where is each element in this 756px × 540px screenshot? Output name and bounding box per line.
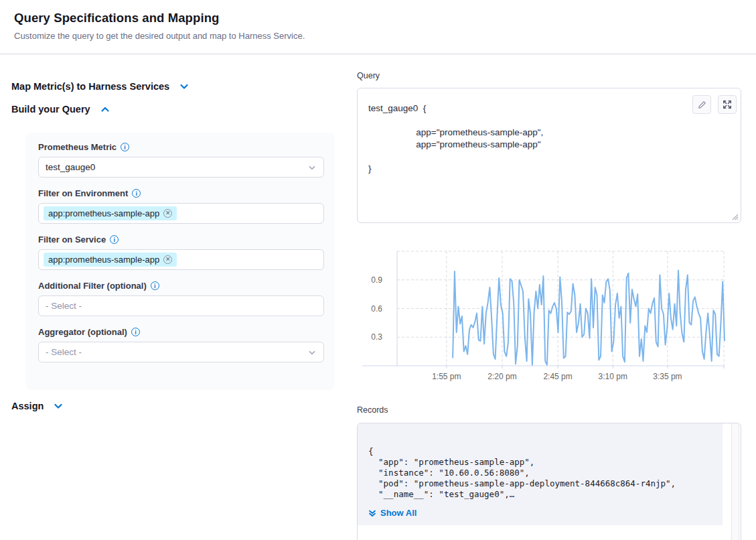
chevron-down-icon <box>307 163 317 172</box>
expand-icon <box>723 100 732 109</box>
svg-text:0.6: 0.6 <box>371 304 382 314</box>
aggregator-label: Aggregator (optional) <box>38 327 127 337</box>
filter-tag-text: app:prometheus-sample-app <box>48 208 159 218</box>
additional-filter-input[interactable]: - Select - <box>38 295 324 316</box>
section-map-metrics-label: Map Metric(s) to Harness Services <box>11 81 169 92</box>
filter-tag-chip: app:prometheus-sample-app ✕ <box>44 253 177 267</box>
filter-service-input[interactable]: app:prometheus-sample-app ✕ <box>38 249 324 270</box>
section-assign-label: Assign <box>11 401 44 411</box>
header-divider <box>0 54 756 54</box>
metric-trend-chart: 0.30.60.91:55 pm2:20 pm2:45 pm3:10 pm3:3… <box>357 243 741 384</box>
show-all-label: Show All <box>380 508 417 518</box>
svg-text:2:20 pm: 2:20 pm <box>487 372 516 381</box>
expand-query-button[interactable] <box>718 95 737 114</box>
svg-text:0.3: 0.3 <box>371 332 382 342</box>
query-section-label: Query <box>357 71 380 80</box>
filter-environment-input[interactable]: app:prometheus-sample-app ✕ <box>38 203 324 224</box>
query-editor: test_gauge0 { app="prometheus-sample-app… <box>357 88 741 223</box>
resize-handle-icon[interactable] <box>731 213 739 220</box>
page-subtitle: Customize the query to get the desired o… <box>14 31 305 41</box>
section-build-query-label: Build your Query <box>11 104 90 115</box>
info-icon[interactable]: i <box>131 328 140 336</box>
filter-service-field: Filter on Service i app:prometheus-sampl… <box>38 234 322 270</box>
svg-text:3:35 pm: 3:35 pm <box>653 372 682 381</box>
chevron-down-icon <box>307 348 317 357</box>
info-icon[interactable]: i <box>132 189 141 198</box>
chevron-down-icon <box>53 401 64 411</box>
section-map-metrics[interactable]: Map Metric(s) to Harness Services <box>11 81 190 92</box>
additional-filter-placeholder: - Select - <box>46 301 82 311</box>
prometheus-metric-label: Prometheus Metric <box>38 142 117 152</box>
records-scrollbar[interactable] <box>731 423 739 540</box>
chevron-down-icon <box>179 81 190 92</box>
section-build-query[interactable]: Build your Query <box>11 104 110 115</box>
filter-environment-label: Filter on Environment <box>38 188 128 198</box>
info-icon[interactable]: i <box>110 235 119 244</box>
filter-tag-text: app:prometheus-sample-app <box>48 255 159 265</box>
info-icon[interactable]: i <box>151 281 159 290</box>
records-panel: { "app": "prometheus-sample-app", "insta… <box>357 423 741 540</box>
svg-text:1:55 pm: 1:55 pm <box>432 372 461 381</box>
svg-text:3:10 pm: 3:10 pm <box>599 372 627 381</box>
additional-filter-field: Additional Filter (optional) i - Select … <box>38 281 322 316</box>
query-specifications-page: Query Specifications and Mapping Customi… <box>0 0 756 540</box>
prometheus-metric-value: test_gauge0 <box>46 162 95 172</box>
remove-tag-icon[interactable]: ✕ <box>163 255 172 264</box>
record-item: { "app": "prometheus-sample-app", "insta… <box>358 423 723 525</box>
page-title: Query Specifications and Mapping <box>14 11 219 25</box>
prometheus-metric-select[interactable]: test_gauge0 <box>38 157 324 178</box>
chevron-up-icon <box>100 104 110 115</box>
filter-environment-field: Filter on Environment i app:prometheus-s… <box>38 188 322 224</box>
svg-text:2:45 pm: 2:45 pm <box>543 372 572 381</box>
aggregator-placeholder: - Select - <box>46 347 82 357</box>
prometheus-metric-field: Prometheus Metric i test_gauge0 <box>38 142 322 178</box>
remove-tag-icon[interactable]: ✕ <box>163 209 172 218</box>
filter-tag-chip: app:prometheus-sample-app ✕ <box>44 206 177 220</box>
show-all-link[interactable]: Show All <box>368 508 417 518</box>
record-json: { "app": "prometheus-sample-app", "insta… <box>358 423 723 504</box>
info-icon[interactable]: i <box>121 143 129 151</box>
edit-query-button[interactable] <box>692 95 711 114</box>
query-code: test_gauge0 { app="prometheus-sample-app… <box>358 88 741 189</box>
aggregator-field: Aggregator (optional) i - Select - <box>38 327 322 362</box>
double-chevron-down-icon <box>368 509 376 517</box>
additional-filter-label: Additional Filter (optional) <box>38 281 147 291</box>
aggregator-select[interactable]: - Select - <box>38 342 324 362</box>
query-builder-card: Prometheus Metric i test_gauge0 Filter o… <box>25 133 335 390</box>
section-assign[interactable]: Assign <box>11 401 64 411</box>
svg-text:0.9: 0.9 <box>371 275 382 285</box>
filter-service-label: Filter on Service <box>38 234 106 245</box>
pencil-icon <box>697 100 707 110</box>
records-section-label: Records <box>357 405 388 415</box>
